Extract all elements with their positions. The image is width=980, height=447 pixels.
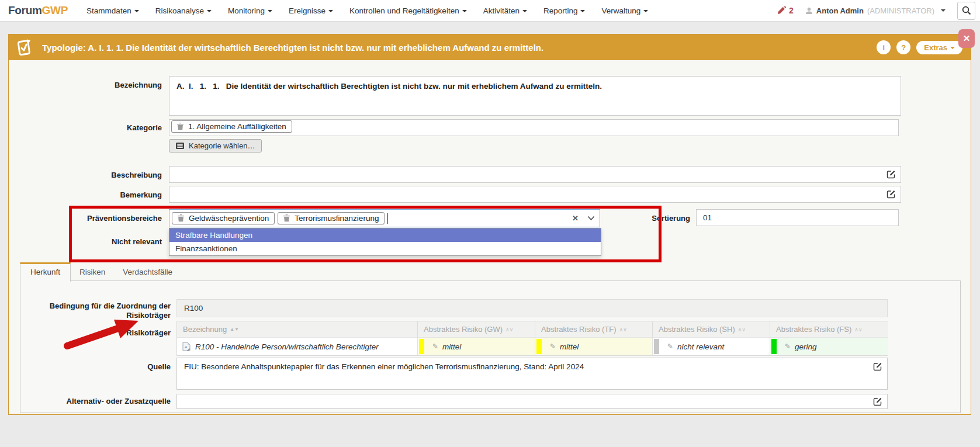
menu-reporting[interactable]: Reporting	[543, 6, 586, 15]
menu-ereignisse[interactable]: Ereignisse	[289, 6, 333, 15]
kategorie-waehlen-label: Kategorie wählen…	[189, 141, 255, 150]
annotation-arrow	[63, 314, 141, 350]
user-menu[interactable]: Anton Admin (ADMINISTRATOR)	[805, 6, 946, 15]
alternativquelle-field[interactable]	[176, 394, 888, 409]
sortierung-label: Sortierung	[617, 214, 690, 223]
risk-value: gering	[795, 342, 817, 351]
risk-color-bar	[536, 339, 542, 354]
column-header-bezeichnung[interactable]: Bezeichnung▲▼	[177, 321, 418, 337]
pencil-icon: ✎	[432, 342, 438, 351]
menu-risikoanalyse[interactable]: Risikoanalyse	[155, 6, 212, 15]
info-button[interactable]: i	[877, 40, 891, 54]
extras-button[interactable]: Extras	[916, 41, 962, 54]
logo-part-1: Forum	[8, 4, 42, 16]
chevron-down-icon	[328, 10, 333, 12]
kategorie-waehlen-button[interactable]: Kategorie wählen…	[169, 139, 262, 153]
beschreibung-field[interactable]	[169, 166, 901, 183]
bezeichnung-label: Bezeichnung	[9, 81, 162, 89]
tab-risiken[interactable]: Risiken	[71, 263, 114, 281]
column-header-risiko-gw[interactable]: Abstraktes Risiko (GW)∧∨	[418, 321, 535, 337]
chevron-down-icon	[950, 47, 955, 49]
sort-icon: ∧∨	[619, 327, 627, 332]
tag-label: Terrorismusfinanzierung	[295, 214, 379, 223]
table-header-row: Bezeichnung▲▼ Abstraktes Risiko (GW)∧∨ A…	[177, 321, 887, 337]
menu-verwaltung[interactable]: Verwaltung	[601, 6, 648, 15]
search-button[interactable]	[957, 2, 975, 20]
quelle-field[interactable]: FIU: Besondere Anhaltspunktepapier für d…	[176, 358, 888, 390]
risk-carrier-document-icon: A	[182, 342, 191, 351]
search-icon	[962, 6, 971, 15]
risk-value: nicht relevant	[677, 342, 724, 351]
edit-count-badge[interactable]: 2	[777, 6, 794, 15]
risk-value: mittel	[560, 342, 579, 351]
close-button[interactable]: ✕	[958, 29, 975, 48]
risk-cell-tf[interactable]: ✎ mittel	[535, 337, 653, 355]
clear-selection-icon[interactable]: ✕	[572, 214, 579, 223]
beschreibung-label: Beschreibung	[9, 171, 162, 179]
risk-value: mittel	[442, 342, 461, 351]
bemerkung-label: Bemerkung	[9, 190, 162, 199]
sortierung-value: 01	[703, 213, 712, 222]
dropdown-option-finanzsanktionen[interactable]: Finanzsanktionen	[169, 242, 601, 255]
column-header-risiko-tf[interactable]: Abstraktes Risiko (TF)∧∨	[535, 321, 653, 337]
chevron-down-icon	[941, 9, 946, 12]
list-icon	[176, 143, 184, 149]
kategorie-tag[interactable]: 1. Allgemeine Auffälligkeiten	[171, 120, 292, 133]
quelle-value: FIU: Besondere Anhaltspunktepapier für d…	[184, 362, 584, 371]
pencil-icon	[777, 6, 786, 15]
edit-icon[interactable]	[886, 169, 896, 181]
bezeichnung-value: A. I. 1. 1. Die Identität der wirtschaft…	[169, 77, 901, 96]
sort-icon: ∧∨	[505, 327, 513, 332]
column-header-risiko-sh[interactable]: Abstraktes Risiko (SH)∧∨	[653, 321, 770, 337]
praeventionsbereich-tag[interactable]: Geldwäscheprävention	[172, 212, 275, 224]
dialog-title: Typologie: A. I. 1. 1. Die Identität der…	[42, 43, 871, 53]
user-name: Anton Admin	[816, 6, 864, 15]
risk-cell-gw[interactable]: ✎ mittel	[418, 337, 535, 355]
bezeichnung-field[interactable]: A. I. 1. 1. Die Identität der wirtschaft…	[169, 76, 901, 116]
edit-icon[interactable]	[886, 189, 896, 201]
column-header-risiko-fs[interactable]: Abstraktes Risiko (FS)∧∨	[770, 321, 888, 337]
praeventionsbereiche-dropdown: Strafbare Handlungen Finanzsanktionen	[169, 228, 601, 256]
menu-kontrollen[interactable]: Kontrollen und Regeltätigkeiten	[349, 6, 467, 15]
kategorie-field[interactable]: 1. Allgemeine Auffälligkeiten	[169, 119, 899, 136]
app-logo[interactable]: ForumGWP	[8, 4, 68, 17]
dropdown-option-strafbare-handlungen[interactable]: Strafbare Handlungen	[169, 228, 601, 242]
tab-herkunft[interactable]: Herkunft	[20, 262, 71, 282]
praeventionsbereich-tag[interactable]: Terrorismusfinanzierung	[278, 212, 385, 224]
user-icon	[805, 7, 813, 15]
chevron-down-icon	[580, 10, 585, 12]
dialog-header: Typologie: A. I. 1. 1. Die Identität der…	[9, 34, 971, 60]
close-icon: ✕	[963, 33, 971, 44]
edit-icon[interactable]	[873, 397, 882, 408]
dropdown-chevron-icon[interactable]	[587, 216, 595, 221]
pencil-icon: ✎	[667, 342, 673, 351]
risk-carrier-name: R100 - Handelnde Person/wirtschaftlich B…	[195, 342, 379, 351]
bedingung-field[interactable]: R100	[176, 299, 888, 317]
risk-cell-sh[interactable]: ✎ nicht relevant	[653, 337, 770, 355]
table-row[interactable]: A R100 - Handelnde Person/wirtschaftlich…	[177, 337, 887, 355]
trash-icon[interactable]	[178, 214, 184, 222]
trash-icon[interactable]	[177, 123, 183, 130]
sort-icon: ∧∨	[738, 327, 746, 332]
risk-cell-fs[interactable]: ✎ gering	[770, 337, 888, 355]
risikotraeger-table: Bezeichnung▲▼ Abstraktes Risiko (GW)∧∨ A…	[176, 321, 888, 356]
typology-document-icon	[16, 38, 34, 57]
risk-carrier-cell[interactable]: A R100 - Handelnde Person/wirtschaftlich…	[177, 337, 418, 355]
chevron-down-icon	[462, 10, 467, 12]
tag-label: Geldwäscheprävention	[189, 214, 269, 223]
top-navigation: ForumGWP Stammdaten Risikoanalyse Monito…	[0, 0, 980, 22]
trash-icon[interactable]	[283, 214, 290, 222]
typology-dialog: Typologie: A. I. 1. 1. Die Identität der…	[8, 34, 971, 415]
praeventionsbereiche-multiselect[interactable]: Geldwäscheprävention Terrorismusfinanzie…	[169, 209, 600, 227]
edit-icon[interactable]	[873, 362, 882, 373]
menu-aktivitaeten[interactable]: Aktivitäten	[483, 6, 527, 15]
chevron-down-icon	[134, 10, 139, 12]
tab-verdachtsfaelle[interactable]: Verdachtsfälle	[114, 263, 181, 281]
chevron-down-icon	[207, 10, 212, 12]
menu-stammdaten[interactable]: Stammdaten	[86, 6, 139, 15]
menu-monitoring[interactable]: Monitoring	[228, 6, 272, 15]
bemerkung-field[interactable]	[169, 186, 901, 203]
help-button[interactable]: ?	[896, 40, 910, 54]
svg-text:A: A	[184, 345, 187, 349]
sortierung-field[interactable]: 01	[696, 209, 899, 226]
